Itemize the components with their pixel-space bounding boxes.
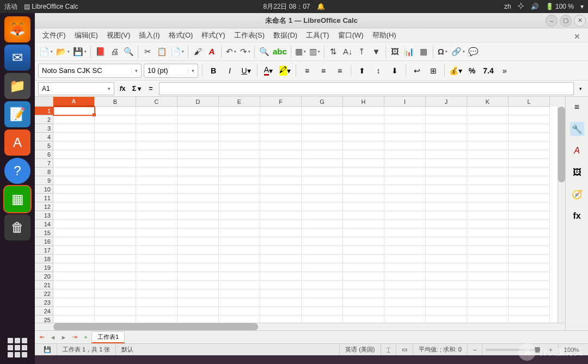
cell-B12[interactable] xyxy=(95,202,136,211)
cell-L6[interactable] xyxy=(509,150,550,159)
row-header-22[interactable]: 22 xyxy=(35,289,53,298)
cell-D20[interactable] xyxy=(177,272,219,281)
column-header-E[interactable]: E xyxy=(219,97,260,107)
font-color-button[interactable]: A ▾ xyxy=(261,64,275,77)
cell-I4[interactable] xyxy=(384,133,426,141)
cell-K15[interactable] xyxy=(467,229,509,237)
cell-J20[interactable] xyxy=(426,272,467,281)
cell-E14[interactable] xyxy=(219,220,260,229)
cell-D17[interactable] xyxy=(177,246,219,255)
cell-F2[interactable] xyxy=(260,115,302,124)
cell-E13[interactable] xyxy=(219,211,260,220)
cell-C12[interactable] xyxy=(136,202,177,211)
menu-file[interactable]: 文件(F) xyxy=(38,29,70,42)
cell-F17[interactable] xyxy=(260,246,302,255)
cell-J21[interactable] xyxy=(426,281,467,289)
cell-I11[interactable] xyxy=(384,194,426,202)
cell-J1[interactable] xyxy=(426,107,467,115)
cell-J4[interactable] xyxy=(426,133,467,141)
cell-A10[interactable] xyxy=(53,185,95,194)
cell-G7[interactable] xyxy=(302,159,343,168)
cell-K22[interactable] xyxy=(467,289,509,298)
cell-B10[interactable] xyxy=(95,185,136,194)
cell-J10[interactable] xyxy=(426,185,467,194)
cell-G15[interactable] xyxy=(302,229,343,237)
sidebar-functions-icon[interactable]: fx xyxy=(570,209,584,223)
row-header-2[interactable]: 2 xyxy=(35,115,53,124)
status-insert-mode[interactable]: ⌶ xyxy=(381,344,396,355)
row-header-18[interactable]: 18 xyxy=(35,255,53,263)
cell-F4[interactable] xyxy=(260,133,302,141)
cell-H6[interactable] xyxy=(343,150,384,159)
cell-I5[interactable] xyxy=(384,141,426,150)
cell-K16[interactable] xyxy=(467,237,509,246)
cell-J6[interactable] xyxy=(426,150,467,159)
formula-expand-button[interactable]: ▾ xyxy=(576,86,585,91)
zoom-out-button[interactable]: − xyxy=(468,344,482,355)
cell-F18[interactable] xyxy=(260,255,302,263)
top-app-indicator[interactable]: ▤ LibreOffice Calc xyxy=(24,3,78,10)
volume-icon[interactable]: 🔊 xyxy=(531,3,539,10)
cell-H23[interactable] xyxy=(343,298,384,307)
undo-button[interactable]: ↶ xyxy=(224,45,237,58)
sidebar-menu-icon[interactable]: ≡ xyxy=(570,100,584,114)
paste-button[interactable]: 📄 xyxy=(169,45,185,58)
cell-L2[interactable] xyxy=(509,115,550,124)
cell-K1[interactable] xyxy=(467,107,509,115)
cell-C15[interactable] xyxy=(136,229,177,237)
notification-icon[interactable]: 🔔 xyxy=(317,3,325,10)
cell-E19[interactable] xyxy=(219,263,260,272)
cell-J19[interactable] xyxy=(426,263,467,272)
cell-F15[interactable] xyxy=(260,229,302,237)
cell-E22[interactable] xyxy=(219,289,260,298)
align-bottom-button[interactable]: ⬇ xyxy=(388,64,402,77)
menu-data[interactable]: 数据(D) xyxy=(269,29,302,42)
row-header-7[interactable]: 7 xyxy=(35,159,53,168)
column-header-H[interactable]: H xyxy=(343,97,384,107)
cell-K6[interactable] xyxy=(467,150,509,159)
cell-J23[interactable] xyxy=(426,298,467,307)
menu-sheet[interactable]: 工作表(S) xyxy=(230,29,269,42)
cell-I12[interactable] xyxy=(384,202,426,211)
cell-D16[interactable] xyxy=(177,237,219,246)
tab-first-button[interactable]: ⇤ xyxy=(37,334,47,341)
align-middle-button[interactable]: ↕ xyxy=(371,64,385,77)
cell-H24[interactable] xyxy=(343,307,384,316)
cell-K20[interactable] xyxy=(467,272,509,281)
row-header-13[interactable]: 13 xyxy=(35,211,53,220)
align-right-button[interactable]: ≡ xyxy=(333,64,347,77)
cell-F10[interactable] xyxy=(260,185,302,194)
cell-C22[interactable] xyxy=(136,289,177,298)
clock[interactable]: 8月22日 08：07 xyxy=(263,2,310,11)
cell-D18[interactable] xyxy=(177,255,219,263)
cell-E18[interactable] xyxy=(219,255,260,263)
cell-D19[interactable] xyxy=(177,263,219,272)
cell-F12[interactable] xyxy=(260,202,302,211)
cell-H12[interactable] xyxy=(343,202,384,211)
cell-E25[interactable] xyxy=(219,316,260,323)
document-close-button[interactable]: ✕ xyxy=(569,30,585,42)
cell-B24[interactable] xyxy=(95,307,136,316)
sum-button[interactable]: Σ ▾ xyxy=(131,83,143,95)
select-all-corner[interactable] xyxy=(35,97,53,107)
cell-J18[interactable] xyxy=(426,255,467,263)
align-top-button[interactable]: ⬆ xyxy=(355,64,369,77)
cell-I19[interactable] xyxy=(384,263,426,272)
menu-edit[interactable]: 编辑(E) xyxy=(70,29,102,42)
cell-B1[interactable] xyxy=(95,107,136,115)
cell-H11[interactable] xyxy=(343,194,384,202)
cell-G4[interactable] xyxy=(302,133,343,141)
cell-D5[interactable] xyxy=(177,141,219,150)
hyperlink-button[interactable]: 🔗 xyxy=(450,45,466,58)
cell-G21[interactable] xyxy=(302,281,343,289)
cell-G11[interactable] xyxy=(302,194,343,202)
cell-D15[interactable] xyxy=(177,229,219,237)
highlight-button[interactable]: 🖍 ▾ xyxy=(278,64,292,77)
cell-C14[interactable] xyxy=(136,220,177,229)
add-sheet-button[interactable]: ＋ xyxy=(81,333,90,341)
cell-J22[interactable] xyxy=(426,289,467,298)
cell-D24[interactable] xyxy=(177,307,219,316)
underline-button[interactable]: U ▾ xyxy=(239,64,253,77)
cell-C5[interactable] xyxy=(136,141,177,150)
cells-grid[interactable]: 1234567891011121314151617181920212223242… xyxy=(35,107,558,323)
